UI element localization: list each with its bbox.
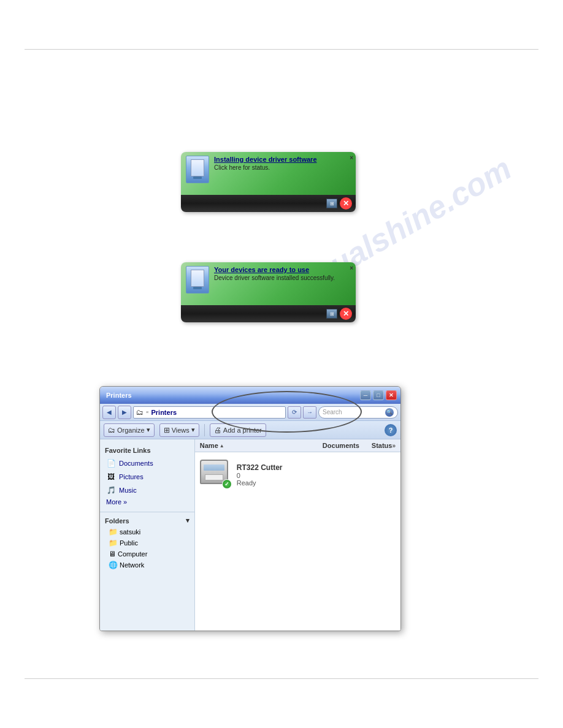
- music-label: Music: [119, 487, 137, 494]
- column-name-header[interactable]: Name ▲: [200, 442, 310, 449]
- refresh-button[interactable]: ⟳: [288, 406, 301, 419]
- search-field[interactable]: Search 🔍: [318, 406, 398, 419]
- documents-label: Documents: [119, 460, 153, 467]
- folder-label-network: Network: [120, 561, 144, 569]
- folder-icon-public: 📁: [109, 539, 118, 547]
- organize-button[interactable]: 🗂 Organize ▾: [104, 423, 155, 437]
- close-button[interactable]: ✕: [386, 390, 397, 400]
- column-more[interactable]: »: [392, 442, 396, 449]
- taskbar-sm-icon-1: ⊞: [326, 199, 337, 208]
- window-title: Printers: [106, 392, 360, 399]
- column-documents-header[interactable]: Documents: [310, 442, 372, 449]
- printer-info: RT322 Cutter 0 Ready: [237, 463, 396, 487]
- chevron-icon: «: [146, 409, 148, 415]
- sidebar-item-music[interactable]: 🎵 Music: [100, 483, 194, 497]
- bottom-rule: [25, 678, 538, 679]
- balloon-subtitle-1: Click here for status.: [214, 164, 351, 171]
- balloon-header-1: Installing device driver software Click …: [181, 152, 356, 195]
- balloon-close-2[interactable]: ×: [350, 265, 353, 271]
- balloon-installing[interactable]: Installing device driver software Click …: [181, 152, 356, 212]
- help-button[interactable]: ?: [385, 424, 397, 436]
- add-printer-label: Add a printer: [223, 427, 262, 434]
- folder-computer[interactable]: 🖥 Computer: [100, 548, 194, 559]
- taskbar-close-icon-2[interactable]: ✕: [340, 308, 352, 320]
- balloon-text-2: Your devices are ready to use Device dri…: [214, 266, 351, 281]
- pictures-label: Pictures: [119, 473, 144, 480]
- back-button[interactable]: ◀: [102, 406, 116, 419]
- views-button[interactable]: ⊞ Views ▾: [159, 423, 199, 437]
- balloon-header-2: Your devices are ready to use Device dri…: [181, 262, 356, 305]
- explorer-window: Printers ─ □ ✕ ◀ ▶ 🗂 « Printers ⟳ → Sear…: [99, 386, 401, 631]
- address-path: Printers: [151, 409, 177, 416]
- folder-public[interactable]: 📁 Public: [100, 537, 194, 548]
- taskbar-close-icon-1[interactable]: ✕: [340, 197, 352, 210]
- balloon-subtitle-2: Device driver software installed success…: [214, 275, 351, 281]
- device-icon-2: [186, 266, 209, 294]
- sort-arrow: ▲: [220, 443, 224, 449]
- taskbar-sm-icon-2: ⊞: [326, 309, 337, 319]
- folders-section: Folders ▾ 📁 satsuki 📁 Public 🖥 Computer: [100, 512, 194, 571]
- pictures-icon: 🖼: [106, 472, 116, 482]
- printer-docs: 0: [237, 472, 396, 479]
- address-bar: ◀ ▶ 🗂 « Printers ⟳ → Search 🔍: [100, 404, 400, 421]
- more-links[interactable]: More »: [100, 497, 194, 507]
- folders-label: Folders: [105, 517, 129, 525]
- folder-satsuki[interactable]: 📁 satsuki: [100, 526, 194, 537]
- top-rule: [25, 49, 538, 50]
- device-icon-1: [186, 156, 209, 183]
- printer-item[interactable]: ✓ RT322 Cutter 0 Ready: [195, 452, 400, 498]
- balloon-ready[interactable]: Your devices are ready to use Device dri…: [181, 262, 356, 322]
- network-icon: 🌐: [109, 561, 118, 569]
- favorite-links-header: Favorite Links: [100, 444, 194, 457]
- documents-icon: 📄: [106, 458, 116, 468]
- more-label: More »: [106, 498, 127, 506]
- views-chevron: ▾: [191, 426, 195, 434]
- left-panel: Favorite Links 📄 Documents 🖼 Pictures 🎵 …: [100, 439, 195, 631]
- address-field[interactable]: 🗂 « Printers: [133, 406, 286, 419]
- main-content: Favorite Links 📄 Documents 🖼 Pictures 🎵 …: [100, 439, 400, 631]
- add-printer-icon: 🖨: [214, 426, 221, 434]
- right-panel: Name ▲ Documents Status » ✓ RT322 Cut: [195, 439, 400, 631]
- folders-header[interactable]: Folders ▾: [100, 515, 194, 526]
- printer-ready-badge: ✓: [222, 479, 232, 489]
- balloon-close-1[interactable]: ×: [350, 154, 353, 161]
- forward-button[interactable]: ▶: [118, 406, 131, 419]
- folder-icon: 🗂: [136, 408, 144, 417]
- printer-status: Ready: [237, 479, 396, 487]
- balloon-text-1: Installing device driver software Click …: [214, 156, 351, 171]
- organize-label: Organize: [117, 427, 145, 434]
- folder-label-computer: Computer: [118, 550, 147, 558]
- maximize-button[interactable]: □: [373, 390, 384, 400]
- window-controls: ─ □ ✕: [360, 390, 397, 400]
- organize-chevron: ▾: [147, 426, 150, 434]
- add-printer-button[interactable]: 🖨 Add a printer: [210, 423, 266, 437]
- search-placeholder: Search: [323, 409, 384, 415]
- minimize-button[interactable]: ─: [360, 390, 371, 400]
- printer-name: RT322 Cutter: [237, 463, 396, 472]
- column-headers: Name ▲ Documents Status »: [195, 439, 400, 452]
- folder-label-public: Public: [120, 539, 138, 547]
- organize-icon: 🗂: [108, 426, 115, 434]
- balloon-title-1[interactable]: Installing device driver software: [214, 156, 351, 163]
- music-icon: 🎵: [106, 485, 116, 495]
- folders-chevron: ▾: [186, 517, 190, 525]
- printer-icon-wrapper: ✓: [200, 460, 231, 490]
- toolbar-separator: [204, 424, 205, 436]
- folder-network[interactable]: 🌐 Network: [100, 559, 194, 571]
- search-icon[interactable]: 🔍: [385, 408, 394, 417]
- sidebar-item-documents[interactable]: 📄 Documents: [100, 457, 194, 470]
- folder-icon-satsuki: 📁: [109, 528, 118, 536]
- folder-tree: 📁 satsuki 📁 Public 🖥 Computer 🌐 Network: [100, 526, 194, 571]
- go-button[interactable]: →: [303, 406, 316, 419]
- views-icon: ⊞: [164, 426, 170, 434]
- balloon-footer-2: ⊞ ✕: [181, 305, 356, 322]
- views-label: Views: [172, 427, 190, 434]
- balloon-footer-1: ⊞ ✕: [181, 195, 356, 212]
- balloon-title-2[interactable]: Your devices are ready to use: [214, 266, 351, 273]
- window-titlebar: Printers ─ □ ✕: [100, 387, 400, 404]
- folder-label-satsuki: satsuki: [120, 528, 140, 536]
- sidebar-item-pictures[interactable]: 🖼 Pictures: [100, 470, 194, 483]
- computer-icon: 🖥: [109, 550, 116, 558]
- toolbar: 🗂 Organize ▾ ⊞ Views ▾ 🖨 Add a printer ?: [100, 421, 400, 439]
- column-status-header[interactable]: Status: [372, 442, 393, 449]
